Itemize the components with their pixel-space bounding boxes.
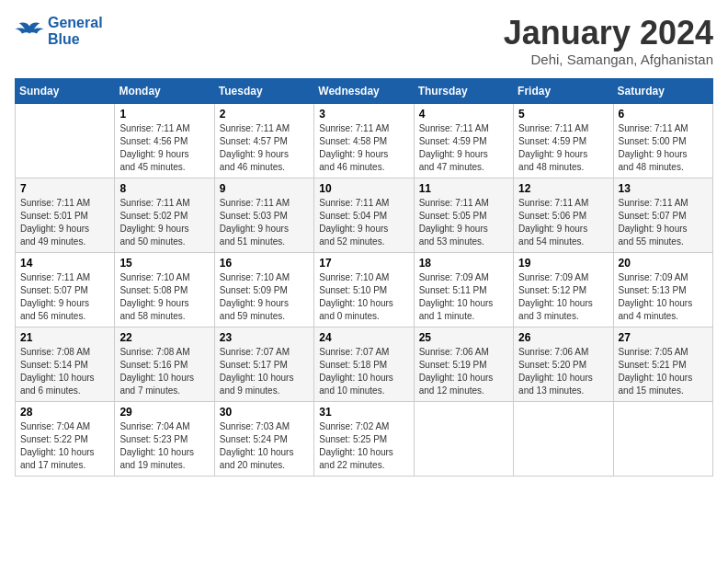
- calendar-cell: 22Sunrise: 7:08 AMSunset: 5:16 PMDayligh…: [115, 327, 214, 401]
- logo-bird-icon: [15, 18, 44, 44]
- day-number: 28: [20, 406, 109, 419]
- day-number: 20: [619, 257, 708, 270]
- calendar-week-row: 7Sunrise: 7:11 AMSunset: 5:01 PMDaylight…: [16, 178, 713, 252]
- day-info: Sunrise: 7:04 AMSunset: 5:23 PMDaylight:…: [119, 420, 209, 472]
- calendar-cell: 23Sunrise: 7:07 AMSunset: 5:17 PMDayligh…: [214, 327, 313, 401]
- day-number: 6: [619, 108, 708, 121]
- calendar-cell: 17Sunrise: 7:10 AMSunset: 5:10 PMDayligh…: [314, 252, 414, 327]
- calendar-week-row: 14Sunrise: 7:11 AMSunset: 5:07 PMDayligh…: [16, 252, 713, 327]
- day-info: Sunrise: 7:11 AMSunset: 5:06 PMDaylight:…: [518, 197, 608, 248]
- calendar-cell: 15Sunrise: 7:10 AMSunset: 5:08 PMDayligh…: [115, 252, 214, 327]
- day-info: Sunrise: 7:09 AMSunset: 5:13 PMDaylight:…: [619, 271, 708, 323]
- day-info: Sunrise: 7:11 AMSunset: 4:57 PMDaylight:…: [220, 122, 309, 174]
- calendar-cell: [414, 401, 513, 476]
- day-info: Sunrise: 7:02 AMSunset: 5:25 PMDaylight:…: [319, 420, 408, 472]
- calendar-cell: 26Sunrise: 7:06 AMSunset: 5:20 PMDayligh…: [514, 327, 613, 401]
- calendar-cell: 7Sunrise: 7:11 AMSunset: 5:01 PMDaylight…: [16, 178, 115, 252]
- day-of-week-header: Monday: [115, 78, 214, 103]
- day-number: 1: [119, 108, 209, 121]
- day-info: Sunrise: 7:10 AMSunset: 5:08 PMDaylight:…: [119, 271, 209, 323]
- calendar-table: SundayMondayTuesdayWednesdayThursdayFrid…: [15, 78, 713, 477]
- day-info: Sunrise: 7:07 AMSunset: 5:17 PMDaylight:…: [220, 346, 309, 397]
- day-number: 11: [419, 182, 508, 195]
- day-info: Sunrise: 7:11 AMSunset: 5:04 PMDaylight:…: [319, 197, 408, 248]
- day-number: 18: [419, 257, 508, 270]
- day-info: Sunrise: 7:11 AMSunset: 5:07 PMDaylight:…: [619, 197, 708, 248]
- calendar-cell: 21Sunrise: 7:08 AMSunset: 5:14 PMDayligh…: [16, 327, 115, 401]
- day-number: 31: [319, 406, 408, 419]
- calendar-cell: 25Sunrise: 7:06 AMSunset: 5:19 PMDayligh…: [414, 327, 513, 401]
- day-number: 27: [619, 331, 708, 344]
- calendar-cell: 18Sunrise: 7:09 AMSunset: 5:11 PMDayligh…: [414, 252, 513, 327]
- calendar-cell: 1Sunrise: 7:11 AMSunset: 4:56 PMDaylight…: [115, 103, 214, 178]
- calendar-week-row: 28Sunrise: 7:04 AMSunset: 5:22 PMDayligh…: [16, 401, 713, 476]
- page-header: General Blue January 2024 Dehi, Samangan…: [15, 15, 713, 67]
- day-number: 4: [419, 108, 508, 121]
- location-text: Dehi, Samangan, Afghanistan: [504, 52, 713, 67]
- day-info: Sunrise: 7:04 AMSunset: 5:22 PMDaylight:…: [20, 420, 109, 472]
- calendar-header-row: SundayMondayTuesdayWednesdayThursdayFrid…: [16, 78, 713, 103]
- logo-text: General Blue: [48, 15, 103, 48]
- calendar-cell: 2Sunrise: 7:11 AMSunset: 4:57 PMDaylight…: [214, 103, 313, 178]
- day-number: 10: [319, 182, 408, 195]
- day-number: 16: [220, 257, 309, 270]
- calendar-cell: 16Sunrise: 7:10 AMSunset: 5:09 PMDayligh…: [214, 252, 313, 327]
- day-info: Sunrise: 7:11 AMSunset: 4:59 PMDaylight:…: [419, 122, 508, 174]
- day-info: Sunrise: 7:11 AMSunset: 5:03 PMDaylight:…: [220, 197, 309, 248]
- day-info: Sunrise: 7:11 AMSunset: 5:07 PMDaylight:…: [20, 271, 109, 323]
- calendar-cell: 3Sunrise: 7:11 AMSunset: 4:58 PMDaylight…: [314, 103, 414, 178]
- day-info: Sunrise: 7:11 AMSunset: 5:01 PMDaylight:…: [20, 197, 109, 248]
- day-info: Sunrise: 7:08 AMSunset: 5:14 PMDaylight:…: [20, 346, 109, 397]
- day-of-week-header: Wednesday: [314, 78, 414, 103]
- calendar-cell: 24Sunrise: 7:07 AMSunset: 5:18 PMDayligh…: [314, 327, 414, 401]
- day-info: Sunrise: 7:09 AMSunset: 5:12 PMDaylight:…: [518, 271, 608, 323]
- day-info: Sunrise: 7:11 AMSunset: 4:56 PMDaylight:…: [119, 122, 209, 174]
- calendar-week-row: 21Sunrise: 7:08 AMSunset: 5:14 PMDayligh…: [16, 327, 713, 401]
- calendar-week-row: 1Sunrise: 7:11 AMSunset: 4:56 PMDaylight…: [16, 103, 713, 178]
- day-number: 13: [619, 182, 708, 195]
- day-number: 25: [419, 331, 508, 344]
- calendar-cell: 31Sunrise: 7:02 AMSunset: 5:25 PMDayligh…: [314, 401, 414, 476]
- calendar-cell: 13Sunrise: 7:11 AMSunset: 5:07 PMDayligh…: [613, 178, 712, 252]
- day-info: Sunrise: 7:11 AMSunset: 5:05 PMDaylight:…: [419, 197, 508, 248]
- calendar-cell: 27Sunrise: 7:05 AMSunset: 5:21 PMDayligh…: [613, 327, 712, 401]
- day-info: Sunrise: 7:07 AMSunset: 5:18 PMDaylight:…: [319, 346, 408, 397]
- day-number: 2: [220, 108, 309, 121]
- day-number: 26: [518, 331, 608, 344]
- month-title: January 2024: [504, 15, 713, 52]
- day-of-week-header: Sunday: [16, 78, 115, 103]
- day-number: 19: [518, 257, 608, 270]
- day-number: 23: [220, 331, 309, 344]
- day-of-week-header: Saturday: [613, 78, 712, 103]
- day-number: 12: [518, 182, 608, 195]
- logo: General Blue: [15, 15, 103, 48]
- calendar-cell: 19Sunrise: 7:09 AMSunset: 5:12 PMDayligh…: [514, 252, 613, 327]
- day-number: 22: [119, 331, 209, 344]
- day-of-week-header: Tuesday: [214, 78, 313, 103]
- day-info: Sunrise: 7:10 AMSunset: 5:10 PMDaylight:…: [319, 271, 408, 323]
- day-number: 15: [119, 257, 209, 270]
- day-number: 9: [220, 182, 309, 195]
- calendar-cell: 29Sunrise: 7:04 AMSunset: 5:23 PMDayligh…: [115, 401, 214, 476]
- calendar-cell: 14Sunrise: 7:11 AMSunset: 5:07 PMDayligh…: [16, 252, 115, 327]
- calendar-cell: 5Sunrise: 7:11 AMSunset: 4:59 PMDaylight…: [514, 103, 613, 178]
- day-info: Sunrise: 7:11 AMSunset: 4:58 PMDaylight:…: [319, 122, 408, 174]
- calendar-cell: 9Sunrise: 7:11 AMSunset: 5:03 PMDaylight…: [214, 178, 313, 252]
- calendar-cell: [613, 401, 712, 476]
- day-number: 8: [119, 182, 209, 195]
- title-block: January 2024 Dehi, Samangan, Afghanistan: [504, 15, 713, 67]
- day-info: Sunrise: 7:09 AMSunset: 5:11 PMDaylight:…: [419, 271, 508, 323]
- day-info: Sunrise: 7:11 AMSunset: 5:00 PMDaylight:…: [619, 122, 708, 174]
- calendar-cell: [514, 401, 613, 476]
- calendar-cell: 4Sunrise: 7:11 AMSunset: 4:59 PMDaylight…: [414, 103, 513, 178]
- day-info: Sunrise: 7:11 AMSunset: 5:02 PMDaylight:…: [119, 197, 209, 248]
- calendar-cell: 28Sunrise: 7:04 AMSunset: 5:22 PMDayligh…: [16, 401, 115, 476]
- day-info: Sunrise: 7:11 AMSunset: 4:59 PMDaylight:…: [518, 122, 608, 174]
- calendar-cell: 30Sunrise: 7:03 AMSunset: 5:24 PMDayligh…: [214, 401, 313, 476]
- day-info: Sunrise: 7:06 AMSunset: 5:19 PMDaylight:…: [419, 346, 508, 397]
- day-number: 21: [20, 331, 109, 344]
- day-number: 7: [20, 182, 109, 195]
- calendar-cell: 11Sunrise: 7:11 AMSunset: 5:05 PMDayligh…: [414, 178, 513, 252]
- day-info: Sunrise: 7:06 AMSunset: 5:20 PMDaylight:…: [518, 346, 608, 397]
- day-number: 17: [319, 257, 408, 270]
